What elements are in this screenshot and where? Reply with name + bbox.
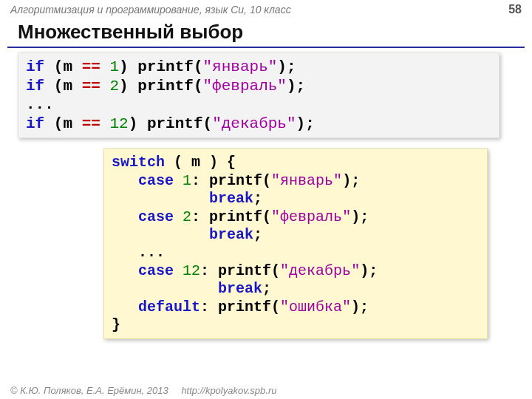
ellipsis: ... [112,244,165,261]
page-number: 58 [508,3,522,16]
footer-url: http://kpolyakov.spb.ru [181,385,276,396]
kw-if: if [26,58,44,75]
course-label: Алгоритмизация и программирование, язык … [10,4,291,16]
page-title: Множественный выбор [0,18,532,47]
code-block-if: if (m == 1) printf("январь"); if (m == 2… [18,52,499,138]
kw-switch: switch [112,154,165,171]
copyright: © К.Ю. Поляков, Е.А. Ерёмин, 2013 [10,385,168,396]
ellipsis: ... [26,96,54,113]
header-bar: Алгоритмизация и программирование, язык … [0,0,532,18]
title-rule [7,47,525,48]
code-block-switch: switch ( m ) { case 1: printf("январь");… [103,149,488,339]
footer: © К.Ю. Поляков, Е.А. Ерёмин, 2013 http:/… [10,385,276,396]
